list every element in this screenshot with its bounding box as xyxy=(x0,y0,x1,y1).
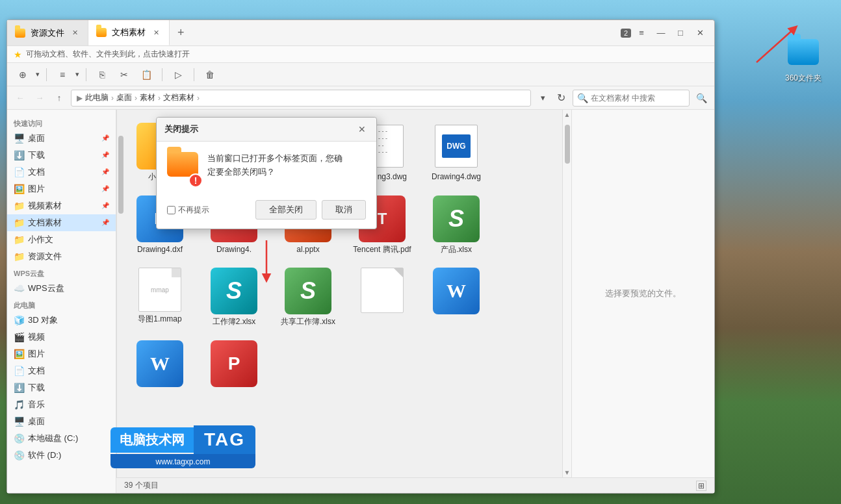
pin-icon-download: 📌 xyxy=(101,151,109,159)
sidebar-item-music[interactable]: 🎵 音乐 xyxy=(7,396,116,413)
sidebar-label-pictures: 图片 xyxy=(28,183,45,195)
tab-resources-close[interactable]: ✕ xyxy=(70,28,80,38)
blank-icon-1 xyxy=(361,268,404,313)
search-input[interactable] xyxy=(591,94,682,103)
sidebar-container: 快速访问 🖥️ 桌面 📌 ⬇️ 下载 📌 📄 文档 📌 🖼️ xyxy=(7,110,116,493)
dialog-warn-icon: ! xyxy=(167,152,200,184)
tab-resources[interactable]: 资源文件 ✕ xyxy=(7,20,88,45)
file-name-drawing4dwg: Drawing4.dwg xyxy=(432,172,481,183)
new-dropdown[interactable]: ▾ xyxy=(36,70,40,79)
forward-nav-button[interactable]: → xyxy=(32,90,47,106)
file-item-mmap[interactable]: mmap 导图1.mmap xyxy=(124,262,196,333)
tab-documents-label: 文档素材 xyxy=(112,27,146,38)
favorites-bar: ★ 可拖动文档、软件、文件夹到此，点击快速打开 xyxy=(7,46,714,63)
cancel-button[interactable]: 取消 xyxy=(322,200,366,220)
refresh-button[interactable]: ↻ xyxy=(553,90,569,106)
sidebar-section-thispc: 此电脑 xyxy=(7,297,116,312)
pin-icon-doc-materials: 📌 xyxy=(101,219,109,227)
layout-dropdown[interactable]: ▾ xyxy=(75,70,79,79)
scrollbar-up-arrow[interactable]: ▲ xyxy=(564,111,571,118)
sidebar-item-resources[interactable]: 📁 资源文件 xyxy=(7,248,116,265)
dialog-msg-line1: 当前窗口已打开多个标签页面，您确 xyxy=(207,153,343,163)
desktop-icon-360[interactable]: 360文件夹 xyxy=(785,39,822,84)
sidebar-label-dl2: 下载 xyxy=(28,382,45,394)
no-remind-checkbox-label[interactable]: 不再提示 xyxy=(167,205,250,216)
up-button[interactable]: ↑ xyxy=(51,90,67,106)
sidebar-label-desktop2: 桌面 xyxy=(28,416,45,427)
sidebar-item-3d[interactable]: 🧊 3D 对象 xyxy=(7,312,116,329)
maximize-button[interactable]: □ xyxy=(671,24,690,42)
dialog-msg-line2: 定要全部关闭吗？ xyxy=(207,167,275,177)
confirm-close-button[interactable]: 全部关闭 xyxy=(255,200,317,220)
toolbar-divider-1 xyxy=(46,68,47,81)
paste-button[interactable]: 📋 xyxy=(137,66,155,84)
copy-button[interactable]: ⎘ xyxy=(93,66,111,84)
file-name-alpptx: al.pptx xyxy=(296,245,319,255)
toolbar-divider-2 xyxy=(86,68,86,81)
sidebar-item-diskd[interactable]: 💿 软件 (D:) xyxy=(7,447,116,464)
file-item-wpspdf[interactable]: P xyxy=(198,335,270,395)
new-tab-button[interactable]: + xyxy=(170,20,192,45)
new-button[interactable]: ⊕ xyxy=(14,66,32,84)
pin-icon-desktop: 📌 xyxy=(101,134,109,142)
file-item-shared-workbook[interactable]: S 共享工作簿.xlsx xyxy=(272,262,344,333)
layout-button[interactable]: ≡ xyxy=(53,66,71,84)
scrollbar-down-arrow[interactable]: ▼ xyxy=(564,469,571,476)
title-bar: 资源文件 ✕ 文档素材 ✕ + 2 ≡ — □ ✕ xyxy=(7,20,714,46)
path-doc-materials[interactable]: 文档素材 xyxy=(163,92,194,103)
file-item-product-xlsx[interactable]: S 产品.xlsx xyxy=(420,190,492,260)
pin-icon-video-materials: 📌 xyxy=(101,202,109,210)
close-button[interactable]: ✕ xyxy=(691,24,709,42)
delete-button[interactable]: 🗑 xyxy=(201,66,219,84)
file-item-word2[interactable]: W xyxy=(124,335,196,395)
sidebar-item-docs[interactable]: 📄 文档 📌 xyxy=(7,164,116,181)
path-pc[interactable]: 此电脑 xyxy=(85,92,109,103)
sidebar-item-pic[interactable]: 🖼️ 图片 xyxy=(7,346,116,362)
tab-documents[interactable]: 文档素材 ✕ xyxy=(88,20,170,45)
sidebar-item-pictures[interactable]: 🖼️ 图片 📌 xyxy=(7,181,116,197)
dl2-icon-sidebar: ⬇️ xyxy=(14,383,24,393)
sidebar-item-doc-materials[interactable]: 📁 文档素材 📌 xyxy=(7,214,116,231)
sidebar-item-desktop2[interactable]: 🖥️ 桌面 xyxy=(7,413,116,430)
file-item-word1[interactable]: W xyxy=(420,262,492,333)
sidebar-label-diskd: 软件 (D:) xyxy=(28,449,61,461)
back-button[interactable]: ← xyxy=(12,90,28,106)
no-remind-checkbox[interactable] xyxy=(167,206,175,214)
sidebar-label-essay: 小作文 xyxy=(28,234,53,246)
status-bar-icon[interactable]: ⊞ xyxy=(696,481,706,491)
sidebar-item-dl2[interactable]: ⬇️ 下载 xyxy=(7,379,116,396)
file-item-blank1[interactable] xyxy=(346,262,418,333)
download-icon-sidebar: ⬇️ xyxy=(14,150,24,160)
address-path[interactable]: ▶ 此电脑 › 桌面 › 素材 › 文档素材 › xyxy=(71,90,531,107)
file-item-drawing4dwg[interactable]: DWG Drawing4.dwg xyxy=(420,118,492,188)
sidebar: 快速访问 🖥️ 桌面 📌 ⬇️ 下载 📌 📄 文档 📌 🖼️ xyxy=(7,110,116,493)
file-name-product-xlsx: 产品.xlsx xyxy=(441,245,472,255)
file-item-workbook2[interactable]: S 工作簿2.xlsx xyxy=(198,262,270,333)
desktop-icon-sidebar: 🖥️ xyxy=(14,133,24,144)
path-desktop[interactable]: 桌面 xyxy=(116,92,132,103)
sidebar-item-desktop[interactable]: 🖥️ 桌面 📌 xyxy=(7,130,116,147)
search-button[interactable]: 🔍 xyxy=(693,90,709,106)
sidebar-item-diskc[interactable]: 💿 本地磁盘 (C:) xyxy=(7,430,116,447)
forward-button[interactable]: ▷ xyxy=(169,66,187,84)
essay-icon-sidebar: 📁 xyxy=(14,234,24,245)
sidebar-item-wps-cloud[interactable]: ☁️ WPS云盘 xyxy=(7,280,116,297)
file-name-drawing4wps: Drawing4. xyxy=(216,245,252,255)
menu-button[interactable]: ≡ xyxy=(632,24,651,42)
sidebar-item-download[interactable]: ⬇️ 下载 📌 xyxy=(7,147,116,164)
wps-cloud-icon-sidebar: ☁️ xyxy=(14,283,24,294)
dialog-close-button[interactable]: ✕ xyxy=(356,123,369,136)
path-materials[interactable]: 素材 xyxy=(140,92,155,103)
dialog-body: ! 当前窗口已打开多个标签页面，您确 定要全部关闭吗？ xyxy=(157,142,376,195)
dropdown-button[interactable]: ▾ xyxy=(535,90,550,106)
sidebar-item-video[interactable]: 🎬 视频 xyxy=(7,329,116,346)
sidebar-item-essay[interactable]: 📁 小作文 xyxy=(7,231,116,248)
sidebar-label-music: 音乐 xyxy=(28,399,45,410)
sidebar-item-video-materials[interactable]: 📁 视频素材 📌 xyxy=(7,197,116,214)
tab-documents-close[interactable]: ✕ xyxy=(151,27,161,38)
minimize-button[interactable]: — xyxy=(652,24,670,42)
file-scrollbar[interactable]: ▲ ▼ xyxy=(562,110,571,477)
dialog-footer: 不再提示 全部关闭 取消 xyxy=(157,195,376,229)
cut-button[interactable]: ✂ xyxy=(115,66,133,84)
sidebar-item-doc2[interactable]: 📄 文档 xyxy=(7,362,116,379)
